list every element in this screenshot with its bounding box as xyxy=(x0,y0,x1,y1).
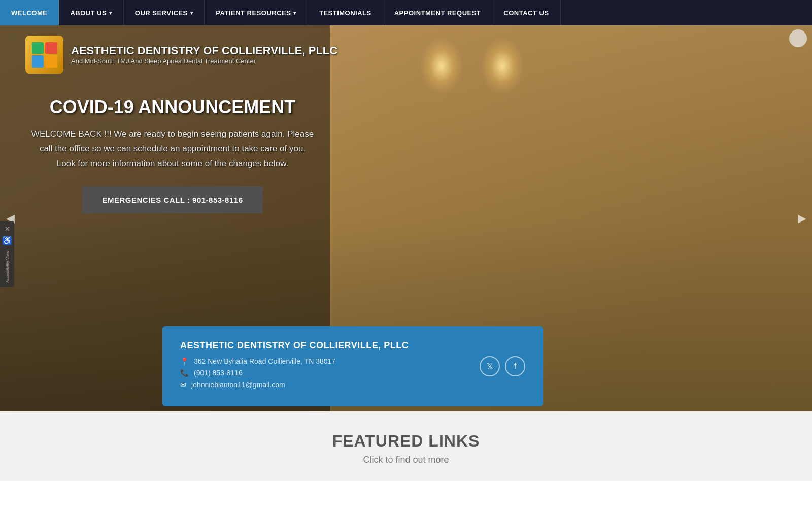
nav-item-appointment-request[interactable]: APPOINTMENT REQUEST xyxy=(383,0,493,25)
info-card-left: AESTHETIC DENTISTRY OF COLLIERVILLE, PLL… xyxy=(180,340,409,392)
info-card-address-row: 📍 362 New Byhalia Road Collierville, TN … xyxy=(180,357,409,365)
logo-text-area: AESTHETIC DENTISTRY OF COLLIERVILLE, PLL… xyxy=(71,44,337,65)
logo-icon xyxy=(25,36,63,74)
accessibility-label: Accessibility View xyxy=(5,251,10,283)
info-card-address: 362 New Byhalia Road Collierville, TN 38… xyxy=(194,357,335,365)
logo-area: AESTHETIC DENTISTRY OF COLLIERVILLE, PLL… xyxy=(25,36,337,74)
announcement-body: WELCOME BACK !!! We are ready to begin s… xyxy=(30,127,315,171)
announcement-block: COVID-19 ANNOUNCEMENT WELCOME BACK !!! W… xyxy=(30,97,315,213)
accessibility-bar: ✕ ♿ Accessibility View xyxy=(0,221,14,287)
nav-item-our-services[interactable]: OUR SERVICES ▾ xyxy=(124,0,205,25)
logo-squares xyxy=(32,42,57,68)
twitter-button[interactable]: 𝕏 xyxy=(480,356,500,376)
accessibility-icon: ♿ xyxy=(2,236,12,245)
logo-title: AESTHETIC DENTISTRY OF COLLIERVILLE, PLL… xyxy=(71,44,337,57)
logo-subtitle: And Mid-South TMJ And Sleep Apnea Dental… xyxy=(71,57,337,65)
featured-links-title: FEATURED LINKS xyxy=(10,432,802,451)
announcement-title: COVID-19 ANNOUNCEMENT xyxy=(30,97,315,118)
logo-sq-1 xyxy=(32,42,44,54)
nav-item-welcome[interactable]: WELCOME xyxy=(0,0,59,25)
chevron-down-icon: ▾ xyxy=(293,10,296,16)
top-right-decoration xyxy=(789,29,807,47)
info-card-email-row: ✉ johnnieblanton11@gmail.com xyxy=(180,380,409,389)
close-icon[interactable]: ✕ xyxy=(5,225,10,233)
info-card-email: johnnieblanton11@gmail.com xyxy=(191,380,285,389)
nav-item-testimonials[interactable]: TESTIMONIALS xyxy=(308,0,383,25)
featured-links-subtitle: Click to find out more xyxy=(10,455,802,465)
info-card: AESTHETIC DENTISTRY OF COLLIERVILLE, PLL… xyxy=(162,326,543,406)
emergency-call-button[interactable]: EMERGENCIES CALL : 901-853-8116 xyxy=(82,186,263,213)
logo-sq-3 xyxy=(32,55,44,68)
phone-icon: 📞 xyxy=(180,369,189,377)
info-card-phone: (901) 853-8116 xyxy=(194,369,243,377)
logo-sq-2 xyxy=(45,42,57,54)
main-nav: WELCOME ABOUT US ▾ OUR SERVICES ▾ PATIEN… xyxy=(0,0,812,25)
featured-links-section: FEATURED LINKS Click to find out more xyxy=(0,411,812,481)
chevron-down-icon: ▾ xyxy=(190,10,193,16)
social-icons: 𝕏 f xyxy=(480,356,525,376)
nav-item-patient-resources[interactable]: PATIENT RESOURCES ▾ xyxy=(205,0,308,25)
location-icon: 📍 xyxy=(180,357,189,365)
info-card-phone-row: 📞 (901) 853-8116 xyxy=(180,369,409,377)
chevron-down-icon: ▾ xyxy=(109,10,112,16)
nav-item-contact-us[interactable]: CONTACT US xyxy=(492,0,560,25)
nav-item-about-us[interactable]: ABOUT US ▾ xyxy=(59,0,123,25)
info-card-name: AESTHETIC DENTISTRY OF COLLIERVILLE, PLL… xyxy=(180,340,409,351)
logo-sq-4 xyxy=(45,55,57,68)
email-icon: ✉ xyxy=(180,380,186,389)
facebook-button[interactable]: f xyxy=(505,356,525,376)
hero-section: ✕ ♿ Accessibility View AESTHETIC DENTIST… xyxy=(0,25,812,411)
carousel-next-button[interactable]: ▶ xyxy=(794,211,809,226)
